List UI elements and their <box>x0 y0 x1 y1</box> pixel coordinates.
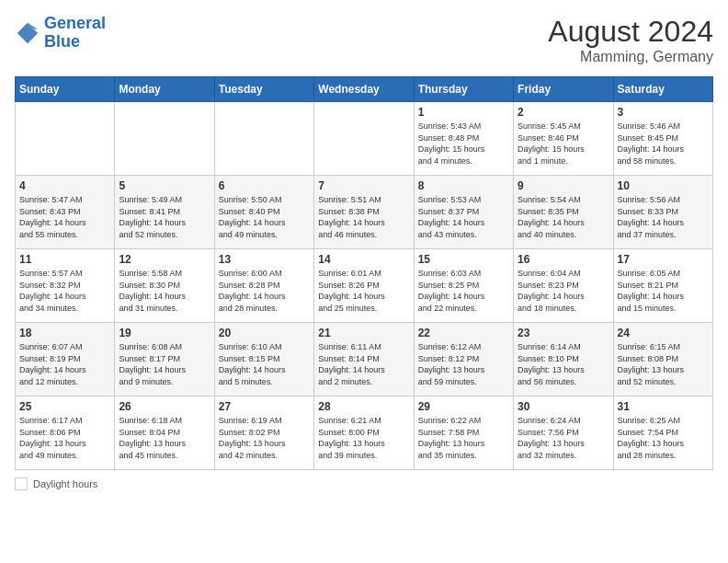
calendar-cell: 22Sunrise: 6:12 AM Sunset: 8:12 PM Dayli… <box>414 323 513 396</box>
calendar-table: SundayMondayTuesdayWednesdayThursdayFrid… <box>15 76 713 470</box>
day-info: Sunrise: 6:14 AM Sunset: 8:10 PM Dayligh… <box>518 341 609 387</box>
logo-icon <box>15 20 40 46</box>
day-number: 13 <box>219 253 310 266</box>
calendar-cell: 6Sunrise: 5:50 AM Sunset: 8:40 PM Daylig… <box>214 176 313 249</box>
day-number: 24 <box>618 327 709 339</box>
month-year-title: August 2024 <box>548 15 713 49</box>
calendar-cell: 3Sunrise: 5:46 AM Sunset: 8:45 PM Daylig… <box>613 102 712 176</box>
calendar-cell: 8Sunrise: 5:53 AM Sunset: 8:37 PM Daylig… <box>414 176 513 249</box>
day-number: 15 <box>418 253 509 266</box>
day-number: 31 <box>618 400 709 413</box>
daylight-box <box>15 477 28 490</box>
day-info: Sunrise: 6:11 AM Sunset: 8:14 PM Dayligh… <box>318 341 409 387</box>
day-info: Sunrise: 5:50 AM Sunset: 8:40 PM Dayligh… <box>219 194 310 240</box>
day-info: Sunrise: 6:05 AM Sunset: 8:21 PM Dayligh… <box>618 268 709 314</box>
calendar-cell: 9Sunrise: 5:54 AM Sunset: 8:35 PM Daylig… <box>514 176 613 249</box>
calendar-cell: 31Sunrise: 6:25 AM Sunset: 7:54 PM Dayli… <box>613 396 712 470</box>
day-number: 12 <box>119 253 210 266</box>
day-number: 19 <box>119 327 210 339</box>
calendar-cell: 10Sunrise: 5:56 AM Sunset: 8:33 PM Dayli… <box>613 176 712 249</box>
day-number: 17 <box>618 253 709 266</box>
day-info: Sunrise: 6:21 AM Sunset: 8:00 PM Dayligh… <box>318 415 409 461</box>
svg-marker-0 <box>17 23 38 43</box>
calendar-cell: 4Sunrise: 5:47 AM Sunset: 8:43 PM Daylig… <box>16 176 115 249</box>
day-info: Sunrise: 6:15 AM Sunset: 8:08 PM Dayligh… <box>618 341 709 387</box>
calendar-cell: 17Sunrise: 6:05 AM Sunset: 8:21 PM Dayli… <box>613 249 712 323</box>
calendar-cell <box>115 102 214 176</box>
calendar-cell: 11Sunrise: 5:57 AM Sunset: 8:32 PM Dayli… <box>16 249 115 323</box>
day-info: Sunrise: 6:25 AM Sunset: 7:54 PM Dayligh… <box>618 415 709 461</box>
calendar-cell <box>314 102 414 176</box>
day-number: 5 <box>119 179 210 192</box>
daylight-label: Daylight hours <box>33 478 97 489</box>
calendar-cell: 28Sunrise: 6:21 AM Sunset: 8:00 PM Dayli… <box>314 396 414 470</box>
day-number: 7 <box>318 179 409 192</box>
calendar-cell: 2Sunrise: 5:45 AM Sunset: 8:46 PM Daylig… <box>514 102 613 176</box>
calendar-week-row: 18Sunrise: 6:07 AM Sunset: 8:19 PM Dayli… <box>16 323 713 396</box>
day-number: 6 <box>219 179 310 192</box>
day-info: Sunrise: 5:57 AM Sunset: 8:32 PM Dayligh… <box>19 268 110 314</box>
day-number: 2 <box>518 106 609 119</box>
calendar-cell: 13Sunrise: 6:00 AM Sunset: 8:28 PM Dayli… <box>214 249 313 323</box>
calendar-cell: 7Sunrise: 5:51 AM Sunset: 8:38 PM Daylig… <box>314 176 414 249</box>
day-number: 4 <box>19 179 110 192</box>
calendar-cell: 19Sunrise: 6:08 AM Sunset: 8:17 PM Dayli… <box>115 323 214 396</box>
logo-blue: Blue <box>44 32 80 51</box>
weekday-header-friday: Friday <box>514 77 613 102</box>
calendar-week-row: 4Sunrise: 5:47 AM Sunset: 8:43 PM Daylig… <box>16 176 713 249</box>
day-info: Sunrise: 5:58 AM Sunset: 8:30 PM Dayligh… <box>119 268 210 314</box>
calendar-week-row: 25Sunrise: 6:17 AM Sunset: 8:06 PM Dayli… <box>16 396 713 470</box>
day-info: Sunrise: 5:53 AM Sunset: 8:37 PM Dayligh… <box>418 194 509 240</box>
day-info: Sunrise: 6:18 AM Sunset: 8:04 PM Dayligh… <box>119 415 210 461</box>
calendar-cell: 5Sunrise: 5:49 AM Sunset: 8:41 PM Daylig… <box>115 176 214 249</box>
calendar-cell: 14Sunrise: 6:01 AM Sunset: 8:26 PM Dayli… <box>314 249 414 323</box>
day-info: Sunrise: 5:47 AM Sunset: 8:43 PM Dayligh… <box>19 194 110 240</box>
daylight-legend: Daylight hours <box>15 477 97 490</box>
calendar-cell: 16Sunrise: 6:04 AM Sunset: 8:23 PM Dayli… <box>514 249 613 323</box>
day-info: Sunrise: 6:01 AM Sunset: 8:26 PM Dayligh… <box>318 268 409 314</box>
day-info: Sunrise: 5:54 AM Sunset: 8:35 PM Dayligh… <box>518 194 609 240</box>
calendar-footer: Daylight hours <box>15 477 713 490</box>
day-number: 9 <box>518 179 609 192</box>
day-info: Sunrise: 6:12 AM Sunset: 8:12 PM Dayligh… <box>418 341 509 387</box>
day-info: Sunrise: 5:46 AM Sunset: 8:45 PM Dayligh… <box>618 121 709 167</box>
day-info: Sunrise: 6:04 AM Sunset: 8:23 PM Dayligh… <box>518 268 609 314</box>
day-info: Sunrise: 5:43 AM Sunset: 8:48 PM Dayligh… <box>418 121 509 167</box>
day-number: 26 <box>119 400 210 413</box>
day-info: Sunrise: 6:22 AM Sunset: 7:58 PM Dayligh… <box>418 415 509 461</box>
weekday-header-wednesday: Wednesday <box>314 77 414 102</box>
weekday-header-saturday: Saturday <box>613 77 712 102</box>
calendar-cell: 26Sunrise: 6:18 AM Sunset: 8:04 PM Dayli… <box>115 396 214 470</box>
day-info: Sunrise: 6:00 AM Sunset: 8:28 PM Dayligh… <box>219 268 310 314</box>
day-info: Sunrise: 5:51 AM Sunset: 8:38 PM Dayligh… <box>318 194 409 240</box>
location-subtitle: Mamming, Germany <box>548 49 713 65</box>
day-number: 14 <box>318 253 409 266</box>
day-info: Sunrise: 5:56 AM Sunset: 8:33 PM Dayligh… <box>618 194 709 240</box>
day-info: Sunrise: 5:45 AM Sunset: 8:46 PM Dayligh… <box>518 121 609 167</box>
calendar-cell: 29Sunrise: 6:22 AM Sunset: 7:58 PM Dayli… <box>414 396 513 470</box>
day-number: 25 <box>19 400 110 413</box>
weekday-header-monday: Monday <box>115 77 214 102</box>
day-info: Sunrise: 6:17 AM Sunset: 8:06 PM Dayligh… <box>19 415 110 461</box>
weekday-header-tuesday: Tuesday <box>214 77 313 102</box>
day-number: 8 <box>418 179 509 192</box>
calendar-cell: 25Sunrise: 6:17 AM Sunset: 8:06 PM Dayli… <box>16 396 115 470</box>
day-number: 16 <box>518 253 609 266</box>
weekday-header-thursday: Thursday <box>414 77 513 102</box>
day-number: 3 <box>618 106 709 119</box>
day-info: Sunrise: 6:24 AM Sunset: 7:56 PM Dayligh… <box>518 415 609 461</box>
calendar-cell: 23Sunrise: 6:14 AM Sunset: 8:10 PM Dayli… <box>514 323 613 396</box>
title-block: August 2024 Mamming, Germany <box>548 15 713 65</box>
calendar-cell: 1Sunrise: 5:43 AM Sunset: 8:48 PM Daylig… <box>414 102 513 176</box>
calendar-cell: 24Sunrise: 6:15 AM Sunset: 8:08 PM Dayli… <box>613 323 712 396</box>
day-info: Sunrise: 6:19 AM Sunset: 8:02 PM Dayligh… <box>219 415 310 461</box>
page-header: General Blue August 2024 Mamming, German… <box>15 15 713 65</box>
calendar-cell <box>214 102 313 176</box>
day-number: 11 <box>19 253 110 266</box>
calendar-week-row: 1Sunrise: 5:43 AM Sunset: 8:48 PM Daylig… <box>16 102 713 176</box>
day-info: Sunrise: 6:10 AM Sunset: 8:15 PM Dayligh… <box>219 341 310 387</box>
calendar-cell: 18Sunrise: 6:07 AM Sunset: 8:19 PM Dayli… <box>16 323 115 396</box>
day-info: Sunrise: 5:49 AM Sunset: 8:41 PM Dayligh… <box>119 194 210 240</box>
day-info: Sunrise: 6:08 AM Sunset: 8:17 PM Dayligh… <box>119 341 210 387</box>
day-number: 21 <box>318 327 409 339</box>
